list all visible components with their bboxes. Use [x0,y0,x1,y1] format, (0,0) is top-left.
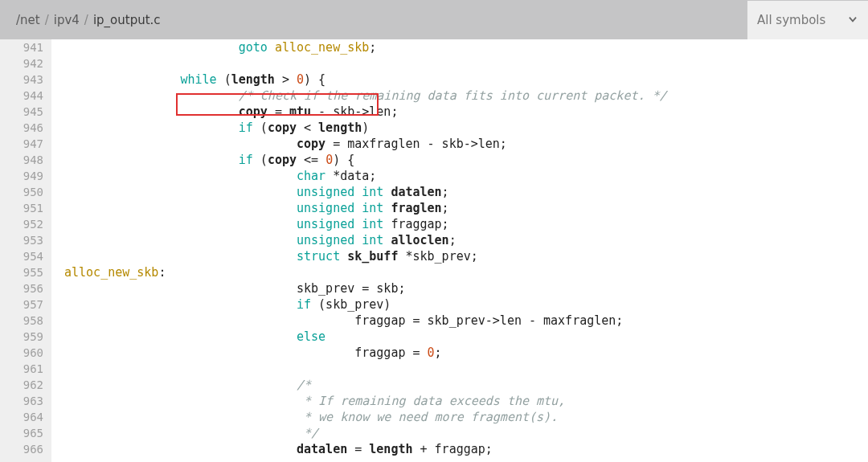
breadcrumb-seg-file[interactable]: ip_output.c [93,13,161,27]
code-line[interactable]: if (copy <= 0) { [64,152,667,168]
code-line[interactable]: alloc_new_skb: [64,264,667,280]
code-line[interactable]: unsigned int datalen; [64,184,667,200]
code-line[interactable]: */ [64,425,667,441]
line-number[interactable]: 953 [0,232,43,248]
line-number[interactable]: 965 [0,425,43,441]
line-number[interactable]: 952 [0,216,43,232]
line-number-gutter: 9419429439449459469479489499509519529539… [0,39,51,462]
line-number[interactable]: 959 [0,329,43,345]
line-number[interactable]: 966 [0,441,43,457]
source-code[interactable]: goto alloc_new_skb; while (length > 0) {… [51,39,667,462]
code-line[interactable]: skb_prev = skb; [64,280,667,296]
code-line[interactable] [64,55,667,72]
line-number[interactable]: 962 [0,377,43,393]
line-number[interactable]: 945 [0,104,43,120]
line-number[interactable]: 964 [0,409,43,425]
symbols-dropdown-label: All symbols [757,13,825,27]
line-number[interactable]: 951 [0,200,43,216]
line-number[interactable]: 961 [0,361,43,377]
line-number[interactable]: 955 [0,264,43,280]
code-line[interactable]: * If remaining data exceeds the mtu, [64,393,667,409]
line-number[interactable]: 954 [0,248,43,264]
line-number[interactable]: 946 [0,120,43,136]
line-number[interactable]: 947 [0,136,43,152]
code-line[interactable]: while (length > 0) { [64,72,667,88]
code-line[interactable]: copy = mtu - skb->len; [64,104,667,120]
code-line[interactable]: fraggap = 0; [64,345,667,361]
code-line[interactable]: datalen = length + fraggap; [64,441,667,457]
breadcrumb: / net / ipv4 / ip_output.c [0,13,161,27]
line-number[interactable]: 944 [0,88,43,104]
code-line[interactable] [64,361,667,377]
code-line[interactable]: struct sk_buff *skb_prev; [64,248,667,264]
line-number[interactable]: 958 [0,313,43,329]
code-line[interactable]: goto alloc_new_skb; [64,39,667,55]
line-number[interactable]: 948 [0,152,43,168]
code-line[interactable]: /* [64,377,667,393]
line-number[interactable]: 949 [0,168,43,184]
code-line[interactable]: fraggap = skb_prev->len - maxfraglen; [64,313,667,329]
line-number[interactable]: 943 [0,72,43,88]
code-line[interactable]: else [64,329,667,345]
top-bar: / net / ipv4 / ip_output.c All symbols [0,0,868,39]
line-number[interactable]: 950 [0,184,43,200]
line-number[interactable]: 942 [0,55,43,72]
breadcrumb-sep: / [84,13,88,27]
code-line[interactable]: * we know we need more fragment(s). [64,409,667,425]
code-line[interactable]: if (copy < length) [64,120,667,136]
symbols-dropdown[interactable]: All symbols [747,1,868,39]
code-line[interactable]: char *data; [64,168,667,184]
breadcrumb-seg-net[interactable]: net [20,13,40,27]
line-number[interactable]: 960 [0,345,43,361]
code-line[interactable]: if (skb_prev) [64,296,667,313]
breadcrumb-sep: / [45,13,49,27]
line-number[interactable]: 941 [0,39,43,55]
code-line[interactable]: /* Check if the remaining data fits into… [64,88,667,104]
line-number[interactable]: 963 [0,393,43,409]
breadcrumb-seg-ipv4[interactable]: ipv4 [54,13,80,27]
line-number[interactable]: 957 [0,296,43,313]
code-area: 9419429439449459469479489499509519529539… [0,39,868,462]
code-line[interactable]: copy = maxfraglen - skb->len; [64,136,667,152]
code-line[interactable]: unsigned int fraglen; [64,200,667,216]
code-line[interactable]: unsigned int alloclen; [64,232,667,248]
chevron-down-icon [847,14,858,27]
code-line[interactable]: unsigned int fraggap; [64,216,667,232]
line-number[interactable]: 956 [0,280,43,296]
